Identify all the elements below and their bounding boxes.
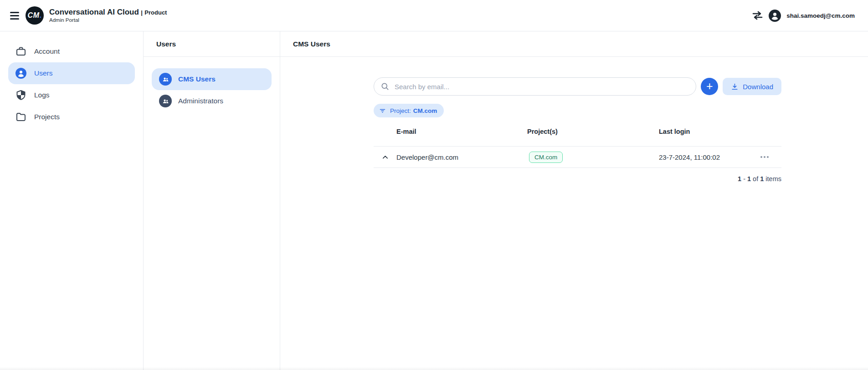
download-icon — [731, 83, 739, 91]
pagination-to: 1 — [747, 175, 751, 182]
switch-account-icon[interactable] — [752, 10, 763, 20]
pagination-separator: - — [743, 175, 745, 182]
sidebar-item-label: Users — [34, 69, 52, 77]
column-header-projects: Project(s) — [527, 128, 659, 135]
pagination-from: 1 — [738, 175, 741, 182]
primary-sidebar: Account Users — [0, 31, 144, 370]
main-panel: CMS Users + — [280, 31, 868, 370]
logo-text: CM — [28, 11, 40, 20]
filter-icon — [379, 107, 386, 114]
filter-chip-value: CM.com — [413, 107, 437, 114]
user-email-label: shai.samoedj@cm.com — [786, 12, 855, 19]
brand-divider: | — [141, 9, 143, 16]
pagination-total: 1 — [760, 175, 764, 182]
row-collapse-chevron-up-icon[interactable] — [381, 153, 389, 161]
sidebar-item-label: Projects — [34, 113, 60, 121]
sidebar-item-label: Logs — [34, 91, 50, 99]
user-avatar-icon[interactable] — [769, 10, 781, 22]
brand-title: Conversational AI Cloud — [49, 8, 139, 16]
toolbar: + Download — [374, 77, 781, 96]
subnav-items: CMS Users Administrators — [144, 57, 280, 112]
row-projects-cell: CM.com — [527, 152, 659, 163]
users-group-icon — [159, 95, 172, 107]
subnav-item-administrators[interactable]: Administrators — [152, 90, 272, 112]
app-body: Account Users — [0, 31, 868, 370]
user-circle-icon — [15, 68, 26, 79]
subnav-title: Users — [144, 31, 280, 57]
logo-dot: . — [39, 11, 41, 20]
filter-row: Project: CM.com — [374, 104, 781, 117]
subnav-item-label: Administrators — [178, 97, 223, 105]
users-subnav-panel: Users CMS Users — [144, 31, 280, 370]
brand-block: Conversational AI Cloud | Product Admin … — [49, 8, 167, 23]
sidebar-item-label: Account — [34, 47, 60, 56]
sidebar-item-logs[interactable]: Logs — [8, 84, 135, 106]
pagination-items-label: items — [765, 175, 781, 182]
pagination-of-label: of — [753, 175, 758, 182]
add-user-button[interactable]: + — [701, 78, 718, 95]
main-content: + Download — [374, 57, 781, 182]
sidebar-item-users[interactable]: Users — [8, 62, 135, 84]
briefcase-icon — [15, 46, 26, 57]
column-header-last-login: Last login — [659, 128, 747, 135]
search-icon — [380, 82, 390, 91]
row-last-login-cell: 23-7-2024, 11:00:02 — [659, 153, 747, 161]
folder-icon — [15, 112, 26, 122]
table-row: Developer@cm.com CM.com 23-7-2024, 11:00… — [374, 146, 781, 168]
app-window: CM. Conversational AI Cloud | Product Ad… — [0, 0, 868, 370]
row-actions-menu-icon[interactable] — [758, 153, 771, 161]
hamburger-menu-icon[interactable] — [10, 12, 19, 20]
page-title: CMS Users — [280, 31, 868, 57]
search-box[interactable] — [374, 77, 696, 96]
brand-suffix: Product — [144, 9, 167, 16]
row-email-cell: Developer@cm.com — [396, 153, 527, 161]
search-input[interactable] — [394, 82, 689, 91]
download-button[interactable]: Download — [723, 78, 781, 95]
column-header-email: E-mail — [396, 128, 527, 135]
pagination-status: 1 - 1 of 1 items — [374, 175, 781, 182]
sidebar-item-projects[interactable]: Projects — [8, 106, 135, 128]
users-table: E-mail Project(s) Last login — [374, 128, 781, 168]
table-header-row: E-mail Project(s) Last login — [374, 128, 781, 146]
download-label: Download — [743, 83, 773, 91]
brand-subtitle: Admin Portal — [49, 17, 167, 23]
header-right: shai.samoedj@cm.com — [752, 10, 855, 22]
subnav-item-cms-users[interactable]: CMS Users — [152, 68, 272, 90]
cm-logo: CM. — [26, 6, 44, 25]
app-header: CM. Conversational AI Cloud | Product Ad… — [0, 0, 868, 31]
shield-icon — [15, 90, 26, 101]
filter-chip-prefix: Project: — [390, 107, 411, 114]
users-group-icon — [159, 73, 172, 86]
sidebar-item-account[interactable]: Account — [8, 41, 135, 62]
project-filter-chip[interactable]: Project: CM.com — [374, 104, 444, 117]
project-badge: CM.com — [529, 152, 563, 163]
subnav-item-label: CMS Users — [178, 75, 216, 83]
